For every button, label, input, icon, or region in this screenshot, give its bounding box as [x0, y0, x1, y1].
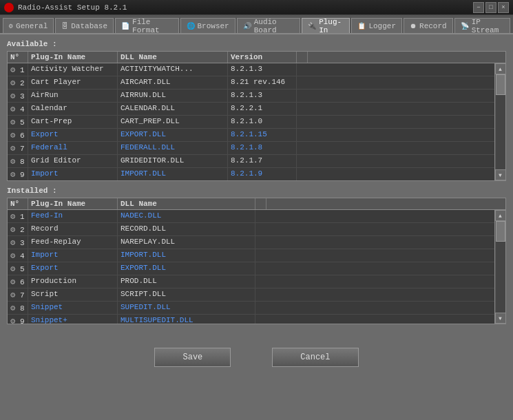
installed-table-row[interactable]: ⚙1 Feed-In NADEC.DLL: [8, 210, 505, 223]
app-icon: [4, 3, 14, 12]
plugin-icon: 🔌: [308, 22, 316, 30]
record-icon: ⏺: [410, 22, 417, 30]
installed-table-row[interactable]: ⚙7 Script SCRIPT.DLL: [8, 288, 505, 302]
installed-table-row[interactable]: ⚙5 Export EXPORT.DLL: [8, 262, 505, 275]
minimize-button[interactable]: −: [473, 2, 484, 13]
available-table-row[interactable]: ⚙7 Federall FEDERALL.DLL 8.2.1.8: [8, 142, 505, 155]
logger-icon: 📋: [357, 22, 366, 30]
installed-table-row[interactable]: ⚙8 Snippet SUPEDIT.DLL: [8, 302, 505, 315]
available-table-row[interactable]: ⚙4 Calendar CALENDAR.DLL 8.2.2.1: [8, 103, 505, 116]
app-title: Radio-Assist Setup 8.2.1: [18, 3, 127, 12]
browser-icon: 🌐: [187, 22, 195, 30]
available-table-row[interactable]: ⚙9 Import IMPORT.DLL 8.2.1.9: [8, 168, 505, 180]
tab-logger[interactable]: 📋Logger: [351, 18, 402, 33]
installed-col-name: Plug-In Name: [28, 198, 118, 209]
available-table: N° Plug-In Name DLL Name Version ⚙1 Acti…: [7, 51, 506, 181]
available-table-row[interactable]: ⚙8 Grid Editor GRIDEDITOR.DLL 8.2.1.7: [8, 155, 505, 168]
ipstream-icon: 📡: [461, 22, 469, 30]
available-table-row[interactable]: ⚙3 AirRun AIRRUN.DLL 8.2.1.3: [8, 90, 505, 103]
tab-bar: ⚙General🗄Database📄File Format🌐Browser🔊Au…: [0, 15, 513, 34]
available-scroll-down[interactable]: ▼: [495, 169, 506, 180]
tab-browser[interactable]: 🌐Browser: [180, 18, 235, 33]
footer: Save Cancel: [0, 338, 513, 377]
available-table-row[interactable]: ⚙6 Export EXPORT.DLL 8.2.1.15: [8, 129, 505, 142]
available-table-row[interactable]: ⚙1 Activity Watcher ACTIVITYWATCH... 8.2…: [8, 63, 505, 76]
tab-database[interactable]: 🗄Database: [55, 18, 114, 33]
close-button[interactable]: ×: [498, 2, 509, 13]
available-col-name: Plug-In Name: [28, 52, 118, 63]
audioboard-icon: 🔊: [243, 22, 251, 30]
available-col-version: Version: [228, 52, 297, 63]
tab-audioboard[interactable]: 🔊Audio Board: [237, 18, 300, 33]
installed-col-dll: DLL Name: [118, 198, 255, 209]
available-table-row[interactable]: ⚙2 Cart Player AIRCART.DLL 8.21 rev.146: [8, 76, 505, 90]
installed-table: N° Plug-In Name DLL Name ⚙1 Feed-In NADE…: [7, 198, 506, 324]
cancel-button[interactable]: Cancel: [272, 348, 358, 367]
available-table-row[interactable]: ⚙5 Cart-Prep CART_PREP.DLL 8.2.1.0: [8, 116, 505, 129]
installed-table-row[interactable]: ⚙4 Import IMPORT.DLL: [8, 249, 505, 262]
tab-ipstream[interactable]: 📡IP Stream: [454, 18, 510, 33]
installed-col-n: N°: [8, 198, 28, 209]
tab-plugin[interactable]: 🔌Plug-In: [302, 18, 350, 33]
save-button[interactable]: Save: [154, 348, 231, 367]
installed-table-row[interactable]: ⚙3 Feed-Replay NAREPLAY.DLL: [8, 236, 505, 249]
available-col-n: N°: [8, 52, 28, 63]
available-section-label: Available :: [7, 40, 506, 48]
available-scroll-up[interactable]: ▲: [495, 63, 506, 74]
general-icon: ⚙: [9, 22, 13, 30]
tab-record[interactable]: ⏺Record: [404, 18, 453, 33]
installed-scroll-up[interactable]: ▲: [495, 210, 506, 221]
installed-table-row[interactable]: ⚙6 Production PROD.DLL: [8, 275, 505, 288]
tab-fileformat[interactable]: 📄File Format: [115, 18, 178, 33]
title-bar: Radio-Assist Setup 8.2.1 − □ ×: [0, 0, 513, 15]
installed-section-label: Installed :: [7, 187, 506, 195]
available-col-dll: DLL Name: [118, 52, 228, 63]
fileformat-icon: 📄: [121, 22, 129, 30]
installed-table-row[interactable]: ⚙2 Record RECORD.DLL: [8, 223, 505, 236]
database-icon: 🗄: [61, 22, 68, 30]
maximize-button[interactable]: □: [485, 2, 496, 13]
installed-table-row[interactable]: ⚙9 Snippet+ MULTISUPEDIT.DLL: [8, 315, 505, 324]
installed-scroll-down[interactable]: ▼: [495, 313, 506, 324]
tab-general[interactable]: ⚙General: [3, 18, 54, 33]
